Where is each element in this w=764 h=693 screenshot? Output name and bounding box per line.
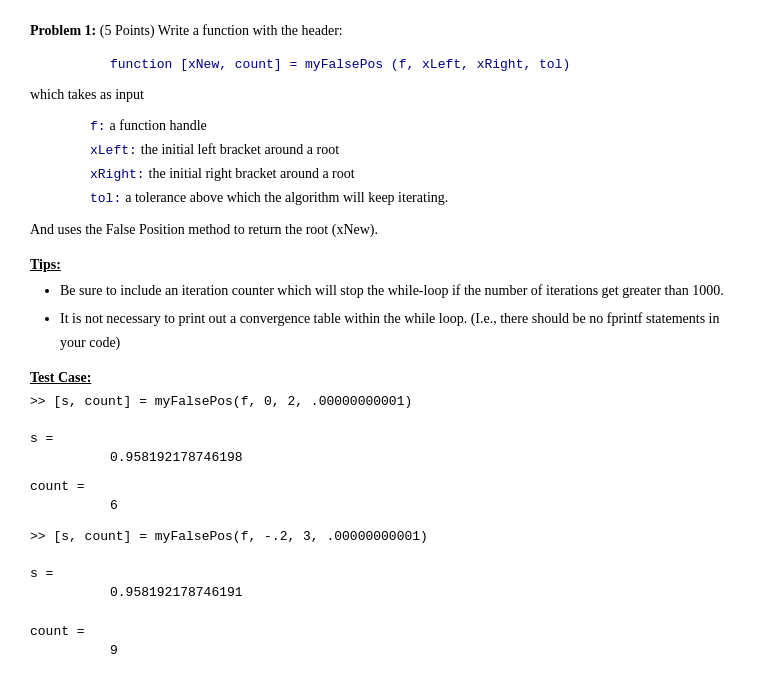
input-xleft-name: xLeft: [90,140,137,162]
input-xright-name: xRight: [90,164,145,186]
input-xright-desc: the initial right bracket around a root [149,162,355,186]
test-case-1-count-label: count = [30,479,734,494]
test-case-1-s-value: 0.958192178746198 [110,450,734,465]
input-f-desc: a function handle [110,114,207,138]
test-case-2-count-value: 9 [110,643,734,658]
which-takes-text: which takes as input [30,84,734,106]
test-case-2-command: >> [s, count] = myFalsePos(f, -.2, 3, .0… [30,527,734,548]
test-case-1-command: >> [s, count] = myFalsePos(f, 0, 2, .000… [30,392,734,413]
input-xleft: xLeft: the initial left bracket around a… [90,138,734,162]
input-f-name: f: [90,116,106,138]
input-tol-name: tol: [90,188,121,210]
input-tol: tol: a tolerance above which the algorit… [90,186,734,210]
test-case-2-s-value: 0.958192178746191 [110,585,734,600]
input-f: f: a function handle [90,114,734,138]
tips-title: Tips: [30,257,734,273]
input-xleft-desc: the initial left bracket around a root [141,138,339,162]
tips-section: Tips: Be sure to include an iteration co… [30,257,734,354]
input-tol-desc: a tolerance above which the algorithm wi… [125,186,448,210]
tip-item-1: Be sure to include an iteration counter … [60,279,734,303]
tips-list: Be sure to include an iteration counter … [60,279,734,354]
test-case-title: Test Case: [30,370,734,386]
tip-item-2: It is not necessary to print out a conve… [60,307,734,355]
function-signature: function [xNew, count] = myFalsePos (f, … [110,55,734,76]
and-uses-text: And uses the False Position method to re… [30,219,734,241]
input-list: f: a function handle xLeft: the initial … [90,114,734,210]
test-case-1-count-value: 6 [110,498,734,513]
test-case-section: Test Case: >> [s, count] = myFalsePos(f,… [30,370,734,658]
problem-header: Problem 1: (5 Points) Write a function w… [30,20,734,41]
test-case-2-count-label: count = [30,624,734,639]
test-case-2-s-label: s = [30,566,734,581]
problem-label: Problem 1: (5 Points) Write a function w… [30,23,343,38]
input-xright: xRight: the initial right bracket around… [90,162,734,186]
test-case-1-s-label: s = [30,431,734,446]
